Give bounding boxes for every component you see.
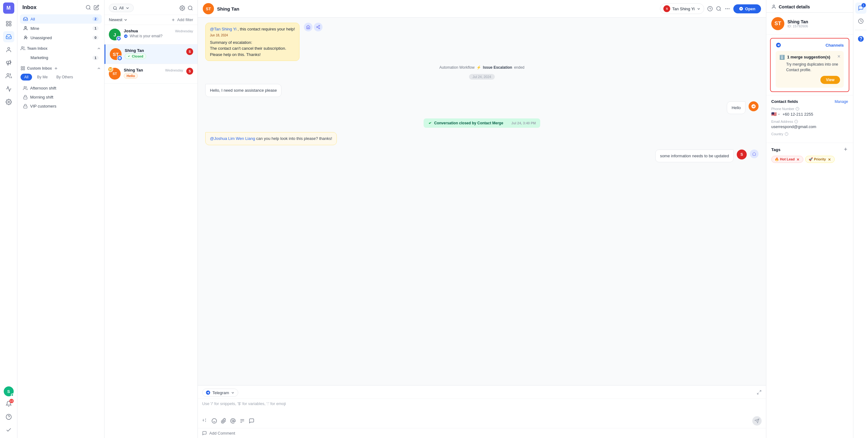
expand-icon[interactable] <box>757 390 762 396</box>
conv-item-joshua[interactable]: J Joshua Wednesday What is your email? <box>104 25 197 44</box>
manage-fields-link[interactable]: Manage <box>835 99 848 104</box>
svg-rect-0 <box>6 22 8 23</box>
team-inbox-header[interactable]: Team Inbox <box>18 43 104 52</box>
tab-all[interactable]: All <box>21 74 32 81</box>
message-input[interactable]: Use '/' for snippets, '$' for variables,… <box>198 399 766 414</box>
nav-icon-inbox[interactable] <box>3 31 14 42</box>
svg-point-36 <box>725 8 726 9</box>
assignee-selector[interactable]: S Tan Shing Yi <box>660 3 704 14</box>
conv-preview-shing-2: Hello <box>124 73 183 79</box>
timer-icon[interactable] <box>707 6 713 11</box>
open-button[interactable]: Open <box>733 4 761 13</box>
nav-icon-contacts[interactable] <box>3 44 14 55</box>
search-conv-icon[interactable] <box>188 5 193 11</box>
escalation-actions <box>304 23 322 31</box>
conv-name-shing-2: Shing Tan <box>124 68 143 72</box>
nav-icon-check[interactable] <box>3 424 14 436</box>
nav-icon-broadcast[interactable] <box>3 57 14 68</box>
tab-by-me[interactable]: By Me <box>33 74 51 81</box>
right-nav-clock[interactable] <box>855 15 866 27</box>
compose-icon[interactable] <box>94 5 99 10</box>
nav-icon-dashboard[interactable] <box>3 18 14 29</box>
svg-rect-16 <box>23 66 25 68</box>
assistance-bubble: Hello, I need some assistance please <box>205 84 281 97</box>
hot-lead-remove[interactable] <box>796 158 800 161</box>
sidebar-item-mine[interactable]: Mine 1 <box>20 24 102 33</box>
svg-rect-2 <box>6 24 8 26</box>
tag-hot-lead: 🔥 Hot Lead <box>771 156 803 163</box>
nav-icon-help[interactable] <box>3 411 14 423</box>
svg-line-41 <box>317 26 319 27</box>
nav-icon-notifications[interactable]: 13 <box>3 398 14 409</box>
conv-time-shing-2: Wednesday <box>165 68 183 72</box>
svg-line-10 <box>89 8 90 9</box>
priority-label: 🚀 Priority <box>809 157 826 161</box>
svg-point-35 <box>729 8 729 9</box>
svg-point-4 <box>7 48 10 50</box>
closed-time: Jul 24, 3:40 PM <box>511 121 536 125</box>
country-flag-selector[interactable]: 🇲🇾 <box>771 112 781 117</box>
escalation-text-1: , this contact requires your help! <box>236 27 295 31</box>
sidebar-item-unassigned[interactable]: Unassigned 0 <box>20 33 102 42</box>
search-icon[interactable] <box>86 5 91 10</box>
sort-select[interactable]: Newest <box>109 18 128 22</box>
inbox-morning-shift[interactable]: Morning shift <box>20 93 102 102</box>
filter-select[interactable]: All <box>109 4 134 12</box>
add-comment-label: Add Comment <box>209 431 235 436</box>
send-button[interactable] <box>752 416 762 426</box>
sidebar-item-unassigned-label: Unassigned <box>30 35 90 40</box>
custom-inbox-header[interactable]: Custom Inbox <box>18 63 104 72</box>
tab-by-others[interactable]: By Others <box>53 74 76 81</box>
custom-inbox-tabs: All By Me By Others <box>18 72 104 82</box>
conv-assignee-shing-2: S <box>186 68 193 74</box>
shing-avatar-chat <box>749 101 758 111</box>
svg-rect-1 <box>9 22 11 23</box>
merge-close-button[interactable]: ✕ <box>837 54 841 59</box>
conv-item-shing-tan-2[interactable]: ST 50 Shing Tan Wednesday Hello S <box>104 64 197 84</box>
svg-line-25 <box>116 9 117 10</box>
msg-escalation: @Tan Shing Yi , this contact requires yo… <box>205 23 758 61</box>
emoji-icon[interactable] <box>212 418 217 424</box>
sidebar-all-count: 2 <box>92 17 99 21</box>
right-nav-help[interactable] <box>855 33 866 44</box>
nav-icon-groups[interactable] <box>3 70 14 82</box>
conv-item-shing-tan-1[interactable]: ST Shing Tan Closed <box>104 44 197 64</box>
sidebar-item-all[interactable]: All 2 <box>20 14 102 24</box>
attachment-icon[interactable] <box>221 418 226 424</box>
more-options-icon[interactable] <box>725 6 730 11</box>
view-merge-button[interactable]: View <box>820 76 840 84</box>
channel-name: Telegram <box>212 390 229 395</box>
svg-rect-3 <box>9 24 11 26</box>
nav-icon-settings[interactable] <box>3 96 14 107</box>
user-avatar[interactable]: S <box>4 386 14 396</box>
add-comment-bar[interactable]: Add Comment <box>198 428 766 438</box>
wand-icon[interactable] <box>202 418 208 424</box>
channels-label: Channels <box>826 43 844 48</box>
svg-point-44 <box>212 419 217 424</box>
chat-input-area: Telegram Use '/' for snippets, '$' for v… <box>198 385 766 438</box>
priority-remove[interactable] <box>828 158 831 161</box>
merge-suggestion-card: ℹ️ 1 merge suggestion(s) ✕ Try merging d… <box>776 51 844 88</box>
filter-icon[interactable] <box>180 5 185 11</box>
inbox-vip-customers[interactable]: VIP customers <box>20 102 102 111</box>
contact-fields-section: Contact fields Manage Phone Number 🇲🇾 +6… <box>766 95 853 143</box>
template-icon[interactable] <box>249 418 254 424</box>
sidebar-item-marketing[interactable]: Marketing 1 <box>20 53 102 62</box>
nav-icon-reports[interactable] <box>3 83 14 94</box>
conversation-list: All Newest Add filter J <box>104 0 198 438</box>
add-filter-button[interactable]: Add filter <box>171 18 193 22</box>
search-chat-icon[interactable] <box>716 6 721 11</box>
contact-id: ID: 15792606 <box>787 24 808 28</box>
svg-point-50 <box>773 5 774 6</box>
inbox-afternoon-shift[interactable]: Afternoon shift <box>20 84 102 93</box>
snippet-icon[interactable] <box>240 418 245 424</box>
telegram-badge-1 <box>117 55 123 61</box>
country-flag: 🇲🇾 <box>771 112 777 117</box>
add-tag-button[interactable] <box>843 147 848 153</box>
sidebar: Inbox All 2 Mine 1 Unassigned 0 <box>18 0 104 438</box>
right-nav-conversations[interactable]: 1 <box>855 2 866 14</box>
conv-assignee-shing-1: S <box>186 48 193 55</box>
merge-body: Try merging duplicates into one Contact … <box>779 62 840 73</box>
mention-icon[interactable] <box>230 418 236 424</box>
channel-selector[interactable]: Telegram <box>202 388 238 397</box>
